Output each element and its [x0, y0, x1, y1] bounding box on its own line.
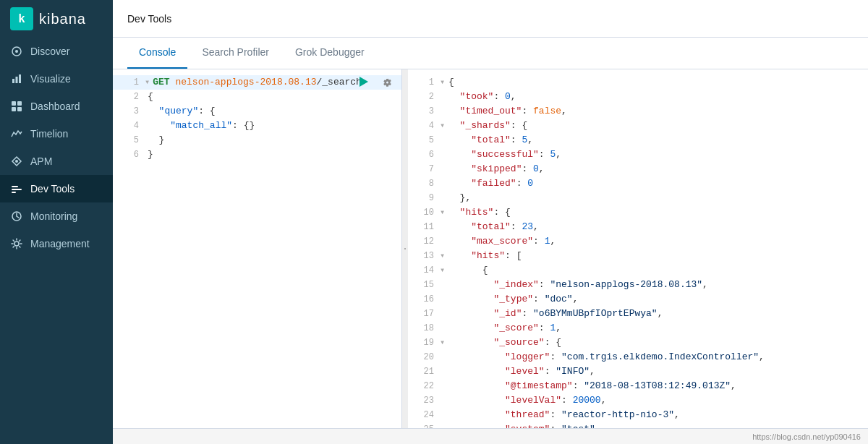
output-code-block: 1 ▾ { 2 "took": 0, 3 "timed_out": false,… — [408, 69, 868, 428]
svg-rect-11 — [12, 189, 22, 190]
svg-point-1 — [15, 50, 18, 53]
svg-rect-4 — [19, 74, 21, 83]
topbar: Dev Tools — [113, 0, 868, 38]
output-line-25: 25 "system": "test", — [408, 422, 868, 428]
svg-rect-3 — [16, 77, 18, 83]
output-line-12: 12 "max_score": 1, — [408, 234, 868, 249]
output-line-21: 21 "level": "INFO", — [408, 364, 868, 379]
tabs-bar: Console Search Profiler Grok Debugger — [113, 38, 868, 69]
output-pane: 1 ▾ { 2 "took": 0, 3 "timed_out": false,… — [408, 69, 868, 428]
sidebar-item-timelion-label: Timelion — [30, 128, 68, 140]
svg-rect-2 — [12, 79, 14, 83]
sidebar-item-apm[interactable]: APM — [0, 148, 113, 175]
sidebar-item-visualize[interactable]: Visualize — [0, 65, 113, 93]
editor-line-2: 2 { — [113, 90, 401, 104]
tab-search-profiler[interactable]: Search Profiler — [190, 37, 281, 69]
monitoring-icon — [10, 210, 23, 223]
sidebar-item-apm-label: APM — [30, 155, 52, 167]
sidebar-nav: Discover Visualize Dashboar — [0, 38, 113, 444]
output-line-16: 16 "_type": "doc", — [408, 292, 868, 307]
main-content: Dev Tools Console Search Profiler Grok D… — [113, 0, 868, 444]
editor-area: 1 ▾ GET nelson-applogs-2018.08.13/_searc… — [113, 69, 868, 428]
discover-icon — [10, 45, 23, 58]
tab-grok-debugger[interactable]: Grok Debugger — [284, 37, 376, 69]
sidebar-item-discover[interactable]: Discover — [0, 38, 113, 65]
output-line-3: 3 "timed_out": false, — [408, 104, 868, 119]
sidebar-item-dashboard-label: Dashboard — [30, 101, 80, 112]
output-line-9: 9 }, — [408, 191, 868, 205]
sidebar-item-monitoring[interactable]: Monitoring — [0, 202, 113, 230]
sidebar-item-visualize-label: Visualize — [30, 73, 71, 85]
sidebar-item-monitoring-label: Monitoring — [30, 210, 77, 222]
output-line-11: 11 "total": 23, — [408, 220, 868, 234]
sidebar-item-devtools-label: Dev Tools — [30, 183, 75, 195]
management-icon — [10, 237, 23, 250]
sidebar-item-discover-label: Discover — [30, 46, 69, 57]
output-line-6: 6 "successful": 5, — [408, 148, 868, 162]
pane-divider[interactable]: ⋮ — [402, 69, 408, 428]
output-line-20: 20 "logger": "com.trgis.elkdemo.IndexCon… — [408, 350, 868, 364]
output-line-2: 2 "took": 0, — [408, 90, 868, 104]
svg-rect-6 — [17, 101, 22, 106]
sidebar-item-management[interactable]: Management — [0, 230, 113, 257]
sidebar-item-dashboard[interactable]: Dashboard — [0, 93, 113, 120]
sidebar-item-devtools[interactable]: Dev Tools — [0, 175, 113, 202]
devtools-icon — [10, 182, 23, 195]
visualize-icon — [10, 72, 23, 85]
output-line-8: 8 "failed": 0 — [408, 176, 868, 191]
status-url: https://blog.csdn.net/yp090416 — [752, 432, 861, 441]
svg-rect-10 — [12, 186, 18, 187]
settings-button[interactable] — [377, 72, 396, 91]
editor-line-6: 6 } — [113, 148, 401, 162]
svg-rect-7 — [12, 107, 16, 111]
output-line-5: 5 "total": 5, — [408, 133, 868, 148]
output-line-18: 18 "_score": 1, — [408, 321, 868, 336]
output-line-1: 1 ▾ { — [408, 75, 868, 90]
svg-marker-15 — [359, 77, 368, 87]
kibana-logo-text: kibana — [39, 11, 86, 27]
svg-rect-8 — [17, 107, 22, 111]
editor-pane: 1 ▾ GET nelson-applogs-2018.08.13/_searc… — [113, 69, 402, 428]
output-line-7: 7 "skipped": 0, — [408, 162, 868, 176]
output-line-15: 15 "_index": "nelson-applogs-2018.08.13"… — [408, 278, 868, 292]
sidebar-logo: k kibana — [0, 0, 113, 38]
output-line-22: 22 "@timestamp": "2018-08-13T08:12:49.01… — [408, 379, 868, 393]
sidebar-item-timelion[interactable]: Timelion — [0, 120, 113, 148]
kibana-logo-icon: k — [10, 7, 33, 30]
statusbar: https://blog.csdn.net/yp090416 — [113, 428, 868, 444]
editor-toolbar — [354, 72, 396, 91]
output-line-10: 10 ▾ "hits": { — [408, 205, 868, 220]
timelion-icon — [10, 127, 23, 140]
output-line-23: 23 "levelVal": 20000, — [408, 393, 868, 408]
editor-line-5: 5 } — [113, 133, 401, 148]
svg-point-9 — [15, 160, 18, 163]
tab-console[interactable]: Console — [127, 37, 187, 69]
editor-line-3: 3 "query": { — [113, 104, 401, 119]
editor-code-block[interactable]: 1 ▾ GET nelson-applogs-2018.08.13/_searc… — [113, 69, 401, 428]
sidebar-item-management-label: Management — [30, 238, 90, 249]
svg-rect-12 — [12, 192, 16, 193]
output-line-4: 4 ▾ "_shards": { — [408, 119, 868, 133]
output-line-19: 19 ▾ "_source": { — [408, 336, 868, 350]
svg-point-14 — [14, 242, 19, 246]
output-line-13: 13 ▾ "hits": [ — [408, 249, 868, 263]
sidebar: k kibana Discover Visualize — [0, 0, 113, 444]
svg-rect-5 — [12, 101, 16, 106]
output-line-24: 24 "thread": "reactor-http-nio-3", — [408, 408, 868, 422]
editor-line-4: 4 "match_all": {} — [113, 119, 401, 133]
dashboard-icon — [10, 100, 23, 113]
page-title: Dev Tools — [127, 13, 171, 25]
output-line-14: 14 ▾ { — [408, 263, 868, 278]
run-button[interactable] — [354, 72, 373, 91]
apm-icon — [10, 155, 23, 168]
output-line-17: 17 "_id": "o6BYMmUBpfIOprtEPwya", — [408, 307, 868, 321]
